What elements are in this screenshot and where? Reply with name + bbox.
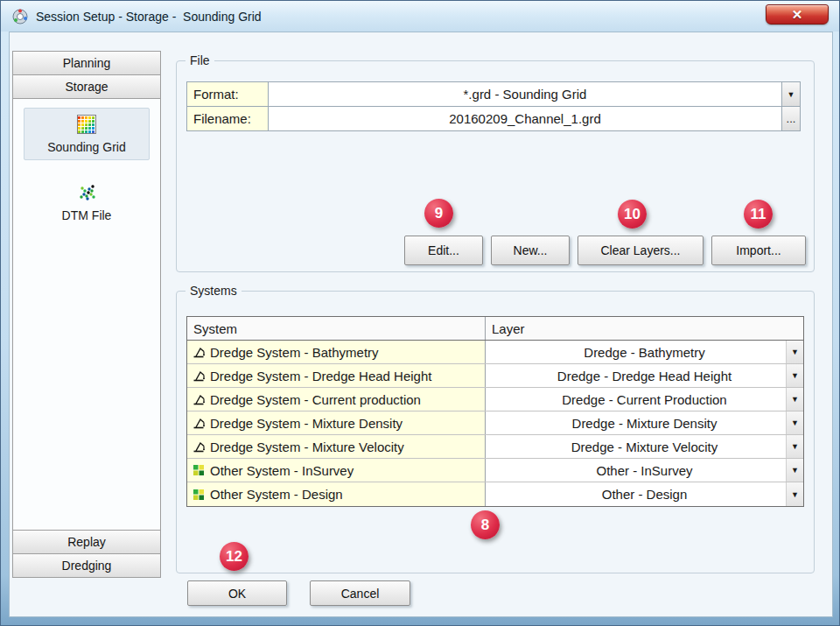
systems-table: System Layer Dredge System - Bathymetry … — [186, 316, 804, 507]
layer-value: Dredge - Current Production — [562, 392, 726, 407]
layer-select[interactable]: Other - Design ▼ — [486, 482, 803, 506]
table-row: Dredge System - Mixture Density Dredge -… — [187, 411, 803, 435]
table-row: Dredge System - Dredge Head Height Dredg… — [187, 364, 803, 388]
system-cell[interactable]: Dredge System - Mixture Velocity — [187, 435, 486, 458]
sidebar-item-label: DTM File — [62, 208, 112, 222]
sounding-grid-icon — [26, 115, 147, 136]
sidebar-tab-planning[interactable]: Planning — [12, 51, 161, 75]
sidebar-item-sounding-grid[interactable]: Sounding Grid — [24, 108, 150, 160]
dredge-system-icon — [192, 346, 205, 358]
filename-label: Filename: — [187, 107, 268, 130]
new-button[interactable]: New... — [491, 236, 570, 265]
systems-group-title: Systems — [186, 284, 242, 299]
system-cell[interactable]: Dredge System - Current production — [187, 388, 486, 411]
layer-select[interactable]: Other - InSurvey ▼ — [486, 459, 803, 482]
table-row: Dredge System - Bathymetry Dredge - Bath… — [187, 341, 803, 364]
dtm-file-icon — [26, 183, 147, 204]
close-icon: ✕ — [792, 7, 803, 23]
titlebar: Session Setup - Storage - Sounding Grid … — [1, 1, 839, 32]
filename-input[interactable]: 20160209_Channel_1.grd — [269, 107, 781, 130]
clear-layers-button[interactable]: Clear Layers... — [578, 236, 704, 265]
layer-dropdown-button[interactable]: ▼ — [786, 364, 803, 387]
callout-badge-12: 12 — [220, 542, 248, 571]
format-dropdown-button[interactable]: ▼ — [782, 82, 800, 106]
ok-button[interactable]: OK — [187, 580, 287, 606]
other-system-icon — [192, 489, 205, 501]
file-fields: Format: *.grd - Sounding Grid ▼ Filename… — [186, 81, 801, 131]
dredge-system-icon — [192, 393, 205, 405]
table-row: Dredge System - Current production Dredg… — [187, 388, 803, 411]
callout-badge-8: 8 — [471, 510, 500, 539]
system-label: Dredge System - Bathymetry — [210, 345, 379, 360]
column-header-layer: Layer — [486, 317, 803, 340]
system-label: Dredge System - Mixture Density — [210, 416, 402, 431]
app-icon — [11, 8, 29, 25]
close-button[interactable]: ✕ — [766, 4, 829, 25]
layer-dropdown-button[interactable]: ▼ — [786, 482, 803, 506]
format-select[interactable]: *.grd - Sounding Grid — [269, 82, 781, 106]
file-group-title: File — [186, 53, 214, 68]
cancel-button[interactable]: Cancel — [310, 580, 410, 606]
system-cell[interactable]: Dredge System - Mixture Density — [187, 411, 486, 434]
sidebar-item-dtm-file[interactable]: DTM File — [24, 176, 150, 229]
system-label: Dredge System - Current production — [210, 392, 421, 407]
table-row: Other System - Design Other - Design ▼ — [187, 482, 803, 506]
system-cell[interactable]: Other System - InSurvey — [187, 459, 486, 482]
layer-dropdown-button[interactable]: ▼ — [786, 341, 803, 363]
import-button[interactable]: Import... — [711, 236, 806, 265]
layer-dropdown-button[interactable]: ▼ — [786, 411, 803, 434]
format-label: Format: — [187, 82, 268, 106]
dredge-system-icon — [192, 417, 205, 429]
column-header-system: System — [187, 317, 486, 340]
layer-select[interactable]: Dredge - Mixture Density ▼ — [486, 411, 803, 434]
sidebar-tab-replay[interactable]: Replay — [12, 530, 161, 554]
layer-value: Other - Design — [602, 487, 688, 502]
layer-value: Dredge - Bathymetry — [584, 345, 704, 360]
system-cell[interactable]: Dredge System - Bathymetry — [187, 341, 486, 363]
dredge-system-icon — [192, 369, 205, 382]
other-system-icon — [192, 464, 205, 476]
layer-dropdown-button[interactable]: ▼ — [786, 388, 803, 411]
layer-select[interactable]: Dredge - Dredge Head Height ▼ — [486, 364, 803, 387]
session-setup-window: Session Setup - Storage - Sounding Grid … — [0, 0, 840, 626]
callout-badge-9: 9 — [424, 199, 453, 228]
layer-select[interactable]: Dredge - Bathymetry ▼ — [486, 341, 803, 363]
layer-select[interactable]: Dredge - Current Production ▼ — [486, 388, 803, 411]
layer-value: Dredge - Mixture Velocity — [571, 440, 718, 454]
edit-button[interactable]: Edit... — [404, 236, 483, 265]
system-cell[interactable]: Other System - Design — [187, 482, 486, 506]
system-label: Other System - InSurvey — [210, 463, 354, 478]
callout-badge-11: 11 — [744, 200, 773, 229]
layer-dropdown-button[interactable]: ▼ — [786, 459, 803, 482]
system-label: Dredge System - Mixture Velocity — [210, 440, 404, 454]
storage-subpanel: Sounding Grid DTM Fi — [12, 98, 161, 531]
table-header-row: System Layer — [187, 317, 803, 341]
sidebar-tab-storage[interactable]: Storage — [12, 74, 161, 99]
system-cell[interactable]: Dredge System - Dredge Head Height — [187, 364, 486, 387]
browse-button[interactable]: ... — [782, 107, 800, 130]
layer-value: Other - InSurvey — [596, 463, 692, 478]
callout-badge-10: 10 — [618, 200, 647, 229]
chevron-down-icon: ▼ — [788, 90, 795, 99]
layer-value: Dredge - Dredge Head Height — [557, 369, 732, 383]
system-label: Dredge System - Dredge Head Height — [210, 369, 431, 383]
table-row: Other System - InSurvey Other - InSurvey… — [187, 459, 803, 482]
window-title: Session Setup - Storage - Sounding Grid — [36, 10, 262, 24]
sidebar-tab-dredging[interactable]: Dredging — [12, 553, 161, 578]
layer-select[interactable]: Dredge - Mixture Velocity ▼ — [486, 435, 803, 458]
system-label: Other System - Design — [210, 487, 343, 502]
table-row: Dredge System - Mixture Velocity Dredge … — [187, 435, 803, 459]
dredge-system-icon — [192, 440, 205, 453]
layer-value: Dredge - Mixture Density — [572, 416, 718, 431]
layer-dropdown-button[interactable]: ▼ — [786, 435, 803, 458]
sidebar-item-label: Sounding Grid — [47, 140, 126, 154]
